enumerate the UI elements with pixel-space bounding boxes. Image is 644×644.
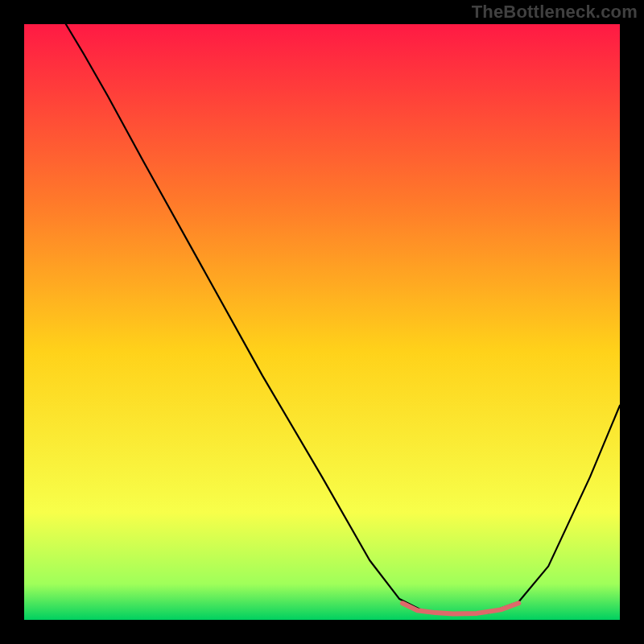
watermark-text: TheBottleneck.com bbox=[472, 2, 638, 23]
chart-frame: TheBottleneck.com bbox=[0, 0, 644, 644]
bottleneck-chart bbox=[0, 0, 644, 644]
plot-background bbox=[24, 24, 620, 620]
